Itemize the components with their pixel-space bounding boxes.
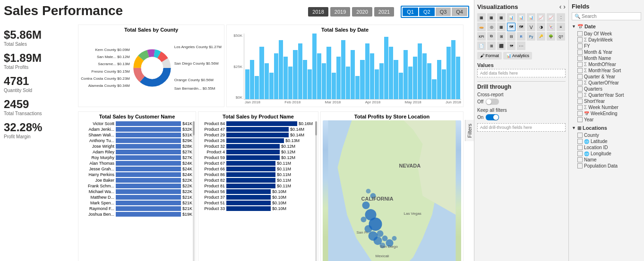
chart-date-title: Total Sales by Date xyxy=(229,27,461,33)
field-checkbox[interactable] xyxy=(577,163,583,168)
field-checkbox[interactable] xyxy=(577,37,583,42)
viz-icon-kpi[interactable]: KPI xyxy=(477,32,486,41)
add-data-fields-box[interactable]: Add data fields here xyxy=(477,69,566,77)
field-group-date-header[interactable]: ▼ 📅 Date xyxy=(572,23,641,30)
viz-icon-stacked-col[interactable]: 📊 xyxy=(517,13,525,22)
viz-icon-scatter[interactable]: ⁚ xyxy=(557,13,565,22)
field-checkbox[interactable] xyxy=(577,139,583,144)
viz-nav-next[interactable]: › xyxy=(563,3,566,10)
filters-toggle[interactable]: Filters xyxy=(465,120,474,142)
q4-btn[interactable]: Q4 xyxy=(452,8,467,16)
chart-county: Total Sales by County Kern County $0.09M… xyxy=(78,25,224,107)
viz-icon-card[interactable]: 🃏 xyxy=(547,23,555,31)
bottom-charts-row: Total Sales by Customer Name Victor Scot… xyxy=(78,111,464,261)
viz-icon-gauge[interactable]: ◑ xyxy=(537,23,545,31)
viz-icon-r[interactable]: R xyxy=(517,32,525,41)
map-visual[interactable]: NEVADA CALIFORNIA San Diego Las Vegas Sa… xyxy=(323,120,461,261)
viz-icon-table[interactable]: ⊞ xyxy=(497,32,506,41)
viz-icon-map[interactable]: 🗺 xyxy=(507,23,515,31)
viz-icon-donut[interactable]: ◎ xyxy=(487,23,496,31)
viz-icon-paginated[interactable]: 📄 xyxy=(477,42,486,50)
viz-icon-matrix[interactable]: ⊟ xyxy=(507,32,515,41)
viz-icon-100col[interactable]: 📊 xyxy=(527,13,535,22)
date-bars[interactable] xyxy=(244,34,461,100)
svg-point-20 xyxy=(382,236,388,241)
year-2021-btn[interactable]: 2021 xyxy=(374,7,394,17)
q2-btn[interactable]: Q2 xyxy=(419,8,435,16)
viz-icon-bar[interactable]: ▦ xyxy=(477,13,486,22)
field-checkbox[interactable] xyxy=(577,74,583,79)
analytics-btn[interactable]: 📊 Analytics xyxy=(503,52,532,59)
field-checkbox[interactable] xyxy=(577,80,583,85)
kpi-quantity: 4781 Quantity Sold xyxy=(4,75,75,93)
viz-icon-shape[interactable]: ⬛ xyxy=(497,42,506,50)
county-labels-left: Kern County $0.09M San Mate... $0.12M Sa… xyxy=(81,46,130,89)
calendar-icon: 📅 xyxy=(577,24,583,29)
year-2019-btn[interactable]: 2019 xyxy=(330,7,350,17)
svg-point-18 xyxy=(377,230,384,237)
viz-icon-treemap[interactable]: ▦ xyxy=(497,23,506,31)
viz-icon-100bar[interactable]: ▦ xyxy=(497,13,506,22)
viz-icon-python[interactable]: Py xyxy=(527,32,535,41)
list-item: Product 47 $0.14M xyxy=(200,127,316,132)
quarter-filter-group: Q1 Q2 Q3 Q4 xyxy=(401,6,469,18)
viz-icon-pie[interactable]: 🥧 xyxy=(477,23,486,31)
format-btn[interactable]: 🖌 Format xyxy=(477,52,502,59)
add-drill-fields-box[interactable]: Add drill-through fields here xyxy=(477,123,566,132)
field-checkbox[interactable] xyxy=(577,157,583,162)
field-checkbox[interactable] xyxy=(577,56,583,61)
cross-report-toggle[interactable] xyxy=(486,99,499,105)
chart-map: Total Profits by Store Location xyxy=(320,111,464,261)
viz-icon-more[interactable]: ⋯ xyxy=(517,42,525,50)
field-checkbox[interactable] xyxy=(577,68,583,73)
viz-icon-decomp[interactable]: 🌳 xyxy=(547,32,555,41)
field-checkbox[interactable] xyxy=(577,105,583,110)
year-2020-btn[interactable]: 2020 xyxy=(352,7,372,17)
viz-icon-line[interactable]: 📈 xyxy=(537,13,545,22)
fields-search-input[interactable] xyxy=(582,14,638,19)
products-list[interactable]: Product 84 $0.16M Product 47 $0.14M Prod… xyxy=(200,121,316,212)
field-item: County xyxy=(572,132,641,138)
field-checkbox[interactable] xyxy=(577,93,583,98)
viz-icon-stacked[interactable]: ▦ xyxy=(487,13,496,22)
table-row: Victor Scott $41K xyxy=(80,121,194,126)
field-checkbox[interactable] xyxy=(577,151,583,156)
viz-icon-key-influencer[interactable]: 🔑 xyxy=(537,32,545,41)
viz-icon-azure[interactable]: 🗺 xyxy=(507,42,515,50)
viz-nav-prev[interactable]: ‹ xyxy=(559,3,562,10)
viz-icon-filled-map[interactable]: 🗺 xyxy=(517,23,525,31)
field-checkbox[interactable] xyxy=(577,133,583,138)
viz-icon-funnel[interactable]: ⋁ xyxy=(527,23,535,31)
field-group-locations-header[interactable]: ▼ ⊞ Locations xyxy=(572,124,641,132)
field-checkbox[interactable] xyxy=(577,43,583,49)
table-row: Jose Wright $28K xyxy=(80,144,194,149)
field-checkbox[interactable] xyxy=(577,145,583,150)
viz-icon-field-map[interactable]: ⊞ xyxy=(487,42,496,50)
viz-icon-area[interactable]: 📈 xyxy=(547,13,555,22)
field-checkbox[interactable] xyxy=(577,111,583,116)
donut-chart[interactable] xyxy=(131,47,173,89)
viz-icon-slicer[interactable]: ⧉ xyxy=(487,32,496,41)
field-checkbox[interactable] xyxy=(577,86,583,92)
chart-date: Total Sales by Date $50K $25K $0K xyxy=(226,25,464,107)
viz-icon-qa[interactable]: Q? xyxy=(557,32,565,41)
field-checkbox[interactable] xyxy=(577,31,583,36)
field-checkbox[interactable] xyxy=(577,50,583,55)
field-checkbox[interactable] xyxy=(577,117,583,122)
field-item: ΣDayInWeek xyxy=(572,37,641,43)
field-item: Year xyxy=(572,117,641,123)
customers-list[interactable]: Victor Scott $41K Adam Jenki... $32K Sha… xyxy=(80,121,194,218)
viz-icon-multirow[interactable]: ≡ xyxy=(557,23,565,31)
list-item: Product 66 $0.11M xyxy=(200,167,316,171)
svg-text:San Fr...: San Fr... xyxy=(357,230,371,235)
field-checkbox[interactable] xyxy=(577,99,583,104)
viz-icon-clustered[interactable]: 📊 xyxy=(507,13,515,22)
q3-btn[interactable]: Q3 xyxy=(436,8,451,16)
fields-search-box[interactable]: 🔍 xyxy=(572,12,641,20)
table-row: Anthony Tu... $29K xyxy=(80,138,194,143)
svg-text:CALIFORNIA: CALIFORNIA xyxy=(361,196,394,202)
year-2018-btn[interactable]: 2018 xyxy=(308,7,328,17)
keep-filters-toggle[interactable] xyxy=(486,114,499,120)
q1-btn[interactable]: Q1 xyxy=(403,8,418,16)
field-checkbox[interactable] xyxy=(577,62,583,67)
